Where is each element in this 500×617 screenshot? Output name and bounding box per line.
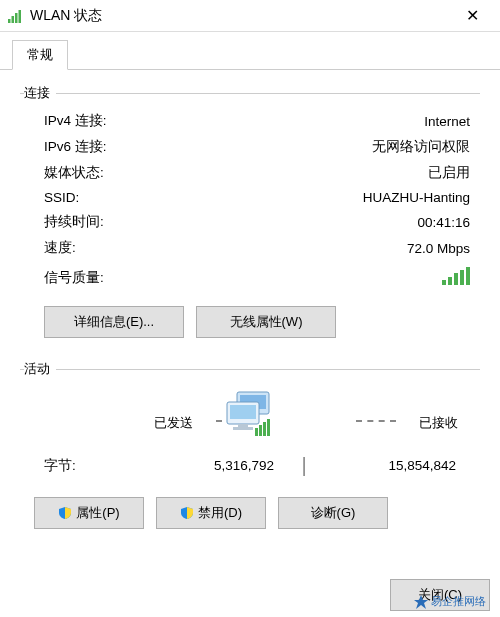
bytes-divider-icon: | (274, 454, 334, 477)
svg-rect-0 (8, 19, 11, 23)
network-monitor-icon (221, 390, 279, 443)
bytes-label: 字节: (44, 457, 154, 475)
properties-button[interactable]: 属性(P) (34, 497, 144, 529)
close-button[interactable]: 关闭(C) (390, 579, 490, 611)
svg-rect-8 (466, 267, 470, 285)
svg-rect-1 (12, 16, 15, 23)
connection-group: 连接 IPv4 连接: Internet IPv6 连接: 无网络访问权限 媒体… (20, 84, 480, 350)
wifi-icon (8, 9, 24, 23)
bytes-recv: 15,854,842 (334, 458, 466, 473)
svg-rect-4 (442, 280, 446, 285)
activity-group: 活动 已发送 已接收 (20, 360, 480, 533)
svg-rect-17 (263, 422, 266, 436)
activity-legend: 活动 (24, 360, 56, 378)
disable-button-label: 禁用(D) (198, 504, 242, 522)
svg-rect-5 (448, 277, 452, 285)
row-ipv4: IPv4 连接: Internet (24, 108, 476, 134)
disable-button[interactable]: 禁用(D) (156, 497, 266, 529)
duration-label: 持续时间: (44, 213, 104, 231)
ipv6-label: IPv6 连接: (44, 138, 107, 156)
shield-icon (58, 506, 72, 520)
wireless-properties-button[interactable]: 无线属性(W) (196, 306, 336, 338)
ipv6-value: 无网络访问权限 (372, 138, 470, 156)
svg-rect-18 (267, 419, 270, 436)
tab-general[interactable]: 常规 (12, 40, 68, 70)
row-duration: 持续时间: 00:41:16 (24, 209, 476, 235)
details-button[interactable]: 详细信息(E)... (44, 306, 184, 338)
svg-rect-12 (230, 405, 256, 419)
svg-rect-6 (454, 273, 458, 285)
media-label: 媒体状态: (44, 164, 104, 182)
row-signal: 信号质量: (24, 261, 476, 300)
speed-label: 速度: (44, 239, 76, 257)
row-speed: 速度: 72.0 Mbps (24, 235, 476, 261)
row-media: 媒体状态: 已启用 (24, 160, 476, 186)
svg-rect-16 (259, 425, 262, 436)
connection-legend: 连接 (24, 84, 56, 102)
diagnose-button-label: 诊断(G) (311, 504, 356, 522)
duration-value: 00:41:16 (417, 215, 470, 230)
media-value: 已启用 (428, 164, 470, 182)
bytes-sent: 5,316,792 (154, 458, 274, 473)
shield-icon (180, 506, 194, 520)
dash-right-icon (356, 420, 396, 422)
row-ssid: SSID: HUAZHU-Hanting (24, 186, 476, 209)
window-title: WLAN 状态 (30, 7, 452, 25)
svg-rect-3 (19, 10, 22, 23)
diagnose-button[interactable]: 诊断(G) (278, 497, 388, 529)
signal-label: 信号质量: (44, 269, 104, 287)
close-icon[interactable]: ✕ (452, 0, 492, 31)
svg-rect-7 (460, 270, 464, 285)
row-bytes: 字节: 5,316,792 | 15,854,842 (24, 448, 476, 491)
ipv4-label: IPv4 连接: (44, 112, 107, 130)
svg-rect-13 (238, 424, 248, 427)
ssid-label: SSID: (44, 190, 79, 205)
sent-label: 已发送 (154, 414, 193, 432)
svg-rect-2 (15, 13, 18, 23)
properties-button-label: 属性(P) (76, 504, 119, 522)
svg-rect-15 (255, 428, 258, 436)
recv-label: 已接收 (419, 414, 458, 432)
signal-bars-icon (442, 267, 470, 288)
speed-value: 72.0 Mbps (407, 241, 470, 256)
ipv4-value: Internet (424, 114, 470, 129)
svg-rect-14 (233, 427, 253, 430)
row-ipv6: IPv6 连接: 无网络访问权限 (24, 134, 476, 160)
ssid-value: HUAZHU-Hanting (363, 190, 470, 205)
